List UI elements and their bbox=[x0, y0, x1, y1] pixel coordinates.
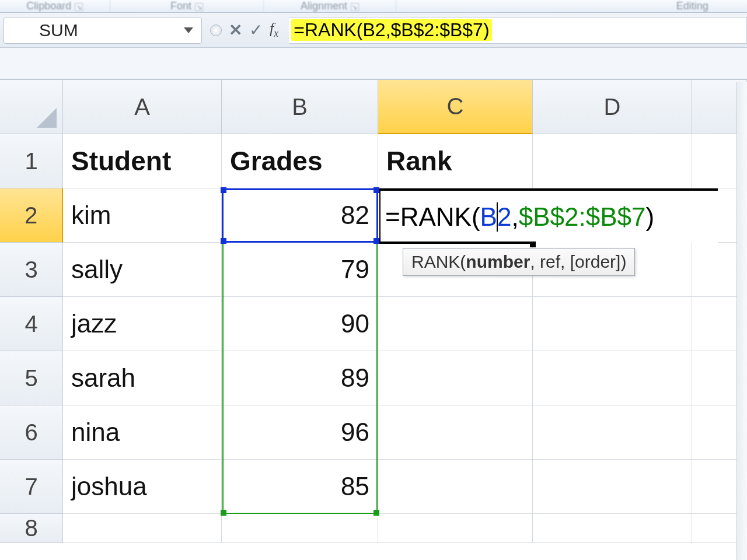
fx-icon[interactable]: fx bbox=[270, 20, 278, 40]
cell-a2[interactable]: kim bbox=[63, 188, 222, 243]
vertical-scrollbar[interactable] bbox=[736, 82, 747, 560]
cell-a4[interactable]: jazz bbox=[63, 297, 222, 351]
formula-text: =RANK(B2,$B$2:$B$7) bbox=[291, 19, 491, 41]
active-cell-border bbox=[379, 242, 534, 244]
col-header-a[interactable]: A bbox=[63, 80, 222, 134]
dropdown-icon[interactable] bbox=[184, 27, 193, 33]
cell-b2[interactable]: 82 bbox=[222, 188, 378, 243]
col-header-b[interactable]: B bbox=[222, 80, 378, 134]
dialog-launcher-icon[interactable]: ↘ bbox=[75, 3, 83, 11]
cell-b4[interactable]: 90 bbox=[222, 297, 378, 351]
tooltip-rest: , ref, [order]) bbox=[530, 252, 626, 271]
col-header-c[interactable]: C bbox=[378, 80, 533, 134]
row-header-6[interactable]: 6 bbox=[0, 405, 63, 460]
tooltip-current-arg: number bbox=[466, 252, 530, 271]
dialog-launcher-icon[interactable]: ↘ bbox=[351, 3, 359, 11]
cell-d4[interactable] bbox=[533, 297, 692, 351]
formula-token-ref1a: B bbox=[480, 202, 497, 232]
name-box[interactable]: SUM bbox=[4, 17, 202, 44]
cancel-button[interactable]: ✕ bbox=[229, 20, 242, 40]
formula-input[interactable]: =RANK(B2,$B$2:$B$7) bbox=[289, 17, 747, 44]
formula-token-ref1b: 2 bbox=[497, 202, 511, 232]
name-box-value: SUM bbox=[39, 20, 78, 40]
formula-token-range: $B$2:$B$7 bbox=[519, 202, 646, 232]
formula-token-fn: =RANK( bbox=[385, 202, 480, 232]
function-tooltip[interactable]: RANK(number, ref, [order]) bbox=[403, 248, 635, 276]
cell-c1[interactable]: Rank bbox=[378, 134, 533, 188]
row-header-3[interactable]: 3 bbox=[0, 243, 63, 297]
cell-d7[interactable] bbox=[533, 460, 692, 514]
ribbon-group-labels: Clipboard↘ Font↘ Alignment↘ Editing bbox=[0, 0, 747, 13]
formula-token-suffix: ) bbox=[645, 202, 654, 232]
formula-bar-expand-area[interactable] bbox=[0, 48, 747, 80]
cell-b1[interactable]: Grades bbox=[222, 134, 378, 188]
fill-handle-icon[interactable] bbox=[530, 242, 536, 247]
cell-c4[interactable] bbox=[378, 297, 533, 351]
ribbon-group-editing[interactable]: Editing bbox=[637, 0, 747, 12]
cell-a3[interactable]: sally bbox=[63, 243, 222, 297]
row-header-2[interactable]: 2 bbox=[0, 188, 63, 243]
row-header-4[interactable]: 4 bbox=[0, 297, 63, 351]
ribbon-group-alignment[interactable]: Alignment↘ bbox=[264, 0, 396, 12]
ribbon-group-clipboard[interactable]: Clipboard↘ bbox=[0, 0, 110, 12]
row-header-8[interactable]: 8 bbox=[0, 514, 63, 543]
cell-a1[interactable]: Student bbox=[63, 134, 222, 188]
row-header-7[interactable]: 7 bbox=[0, 460, 63, 514]
cell-b7[interactable]: 85 bbox=[222, 460, 378, 514]
select-all-button[interactable] bbox=[0, 80, 63, 134]
cell-c7[interactable] bbox=[378, 460, 533, 514]
cell-d8[interactable] bbox=[533, 514, 692, 543]
active-cell-editor[interactable]: =RANK(B2,$B$2:$B$7) bbox=[379, 188, 718, 243]
formula-token-comma: , bbox=[511, 202, 518, 232]
cell-c5[interactable] bbox=[378, 351, 533, 405]
cell-d6[interactable] bbox=[533, 405, 692, 460]
cell-a6[interactable]: nina bbox=[63, 405, 222, 460]
cell-d5[interactable] bbox=[533, 351, 692, 405]
enter-button[interactable]: ✓ bbox=[249, 20, 263, 40]
dialog-launcher-icon[interactable]: ↘ bbox=[195, 3, 203, 11]
cell-b6[interactable]: 96 bbox=[222, 405, 378, 460]
cell-a7[interactable]: joshua bbox=[63, 460, 222, 514]
cell-c8[interactable] bbox=[378, 514, 533, 543]
cell-b5[interactable]: 89 bbox=[222, 351, 378, 405]
row-header-5[interactable]: 5 bbox=[0, 351, 63, 405]
col-header-d[interactable]: D bbox=[533, 80, 692, 134]
cell-d1[interactable] bbox=[533, 134, 692, 188]
row-header-1[interactable]: 1 bbox=[0, 134, 63, 188]
cell-a8[interactable] bbox=[63, 514, 222, 543]
cell-a5[interactable]: sarah bbox=[63, 351, 222, 405]
formula-bar: SUM ✕ ✓ fx =RANK(B2,$B$2:$B$7) bbox=[0, 13, 747, 48]
cell-b3[interactable]: 79 bbox=[222, 243, 378, 297]
cell-c6[interactable] bbox=[378, 405, 533, 460]
spreadsheet-grid[interactable]: A B C D 1 Student Grades Rank 2 kim 82 3… bbox=[0, 80, 747, 560]
ribbon-group-font[interactable]: Font↘ bbox=[110, 0, 264, 12]
tooltip-fn: RANK( bbox=[411, 252, 466, 271]
insert-function-circle-icon[interactable] bbox=[210, 24, 222, 36]
cell-b8[interactable] bbox=[222, 514, 378, 543]
